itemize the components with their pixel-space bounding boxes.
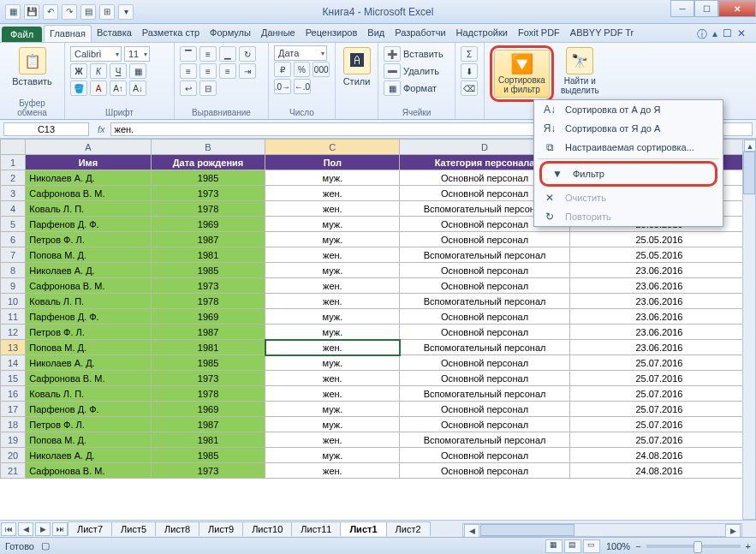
minimize-button[interactable]: ─ — [670, 0, 694, 17]
delete-cell-icon[interactable]: ➖ — [384, 63, 401, 79]
find-select-button[interactable]: 🔭 Найти и выделить — [557, 45, 603, 102]
cell[interactable]: 1978 — [151, 386, 265, 402]
row-header[interactable]: 8 — [1, 263, 26, 278]
sheet-tab[interactable]: Лист11 — [291, 521, 341, 536]
cell[interactable]: Сафронова В. М. — [26, 186, 151, 201]
cell[interactable]: Парфенов Д. Ф. — [26, 309, 151, 325]
fill-color-button[interactable]: 🪣 — [70, 80, 87, 96]
cell[interactable]: Коваль Л. П. — [26, 201, 151, 217]
cell[interactable]: 1987 — [151, 232, 265, 247]
cell[interactable]: Петров Ф. Л. — [26, 417, 151, 432]
cell[interactable]: Петров Ф. Л. — [26, 325, 151, 340]
font-size-combo[interactable]: 11 — [124, 46, 150, 62]
row-header[interactable]: 12 — [1, 325, 26, 340]
ribbon-tab[interactable]: Формулы — [205, 25, 256, 42]
ribbon-tab[interactable]: Вставка — [92, 25, 137, 42]
align-center-button[interactable]: ≡ — [199, 63, 217, 79]
ribbon-tab[interactable]: Вид — [362, 25, 390, 42]
cell[interactable]: Основной персонал — [400, 309, 570, 325]
cell[interactable]: 1981 — [151, 432, 265, 448]
cell[interactable]: Основной персонал — [400, 402, 570, 417]
name-box[interactable]: C13 — [3, 122, 89, 136]
pagebreak-view-button[interactable]: ▭ — [583, 539, 600, 553]
cell[interactable]: Коваль Л. П. — [26, 386, 151, 402]
cell[interactable]: жен. — [265, 294, 400, 309]
header-cell[interactable]: Дата рождения — [151, 155, 265, 170]
cell[interactable]: Основной персонал — [400, 371, 570, 386]
excel-icon[interactable]: ▦ — [5, 4, 21, 20]
cell[interactable]: Коваль Л. П. — [26, 294, 151, 309]
cell[interactable]: 1985 — [151, 448, 265, 463]
vertical-scrollbar[interactable]: ▲ — [742, 139, 756, 520]
cell[interactable]: 25.07.2016 — [569, 386, 748, 402]
close-workbook-icon[interactable]: ✕ — [737, 27, 746, 42]
row-header[interactable]: 9 — [1, 278, 26, 294]
cell[interactable]: 1981 — [151, 340, 265, 355]
cell[interactable]: Попова М. Д. — [26, 432, 151, 448]
clear-button[interactable]: ⌫ — [461, 80, 478, 96]
cell[interactable]: муж. — [265, 355, 400, 371]
row-header[interactable]: 7 — [1, 247, 26, 263]
cell[interactable]: Николаев А. Д. — [26, 170, 151, 186]
cell[interactable]: 1969 — [151, 402, 265, 417]
cell[interactable]: Петров Ф. Л. — [26, 232, 151, 247]
insert-cell-button[interactable]: Вставить — [403, 49, 443, 59]
row-header[interactable]: 10 — [1, 294, 26, 309]
restore-window-icon[interactable]: ☐ — [723, 27, 732, 42]
cell[interactable]: муж. — [265, 402, 400, 417]
row-header[interactable]: 2 — [1, 170, 26, 186]
cell[interactable]: 23.06.2016 — [569, 325, 748, 340]
cell[interactable]: Сафронова В. М. — [26, 463, 151, 479]
row-header[interactable]: 3 — [1, 186, 26, 201]
bold-button[interactable]: Ж — [70, 63, 87, 79]
cell[interactable]: жен. — [265, 186, 400, 201]
cell[interactable]: 1969 — [151, 309, 265, 325]
orientation-button[interactable]: ↻ — [239, 46, 256, 62]
filter-item[interactable]: ▼ Фильтр — [542, 164, 715, 183]
cell[interactable]: муж. — [265, 417, 400, 432]
currency-button[interactable]: ₽ — [274, 62, 291, 77]
cell[interactable]: 1973 — [151, 186, 265, 201]
sort-filter-button[interactable]: 🔽 Сортировка и фильтр — [494, 50, 550, 98]
cell[interactable]: 25.07.2016 — [569, 432, 748, 448]
undo-icon[interactable]: ↶ — [43, 4, 58, 20]
cell[interactable]: Николаев А. Д. — [26, 355, 151, 371]
cell[interactable]: 1978 — [151, 201, 265, 217]
comma-button[interactable]: 000 — [313, 62, 330, 77]
row-header[interactable]: 21 — [1, 463, 26, 479]
styles-button[interactable]: 🅰 Стили — [341, 45, 372, 88]
cell[interactable]: жен. — [265, 432, 400, 448]
close-button[interactable]: ✕ — [718, 0, 756, 17]
row-header[interactable]: 15 — [1, 371, 26, 386]
align-left-button[interactable]: ≡ — [180, 63, 197, 79]
cell[interactable]: 1985 — [151, 263, 265, 278]
cell[interactable]: Вспомогательный персонал — [400, 294, 570, 309]
horizontal-scrollbar[interactable]: ◀▶ — [462, 523, 742, 537]
border-button[interactable]: ▦ — [129, 63, 146, 79]
cell[interactable]: 1973 — [151, 371, 265, 386]
sort-asc-item[interactable]: A↓ Сортировка от А до Я — [534, 100, 723, 119]
shrink-font-button[interactable]: A↓ — [129, 80, 146, 96]
sheet-nav-last[interactable]: ⏭ — [52, 522, 68, 536]
cell[interactable]: 24.08.2016 — [569, 463, 748, 479]
underline-button[interactable]: Ч — [110, 63, 127, 79]
cell[interactable]: муж. — [265, 217, 400, 232]
sheet-tab[interactable]: Лист7 — [68, 521, 112, 536]
zoom-in-button[interactable]: + — [746, 541, 751, 551]
cell[interactable]: 25.07.2016 — [569, 355, 748, 371]
fill-button[interactable]: ⬇ — [461, 63, 478, 79]
cell[interactable]: Основной персонал — [400, 263, 570, 278]
cell[interactable]: 23.06.2016 — [569, 294, 748, 309]
cell[interactable]: 23.06.2016 — [569, 278, 748, 294]
row-header[interactable]: 17 — [1, 402, 26, 417]
cell[interactable]: Парфенов Д. Ф. — [26, 402, 151, 417]
font-color-button[interactable]: A — [90, 80, 107, 96]
row-header[interactable]: 18 — [1, 417, 26, 432]
cell[interactable]: жен. — [265, 247, 400, 263]
align-middle-button[interactable]: ≡ — [199, 46, 217, 62]
pagelayout-view-button[interactable]: ▤ — [564, 539, 581, 553]
macro-record-icon[interactable]: ▢ — [41, 540, 50, 551]
redo-icon[interactable]: ↷ — [62, 4, 77, 20]
ribbon-tab[interactable]: Разметка стр — [137, 25, 205, 42]
ribbon-tab[interactable]: Рецензиров — [301, 25, 363, 42]
